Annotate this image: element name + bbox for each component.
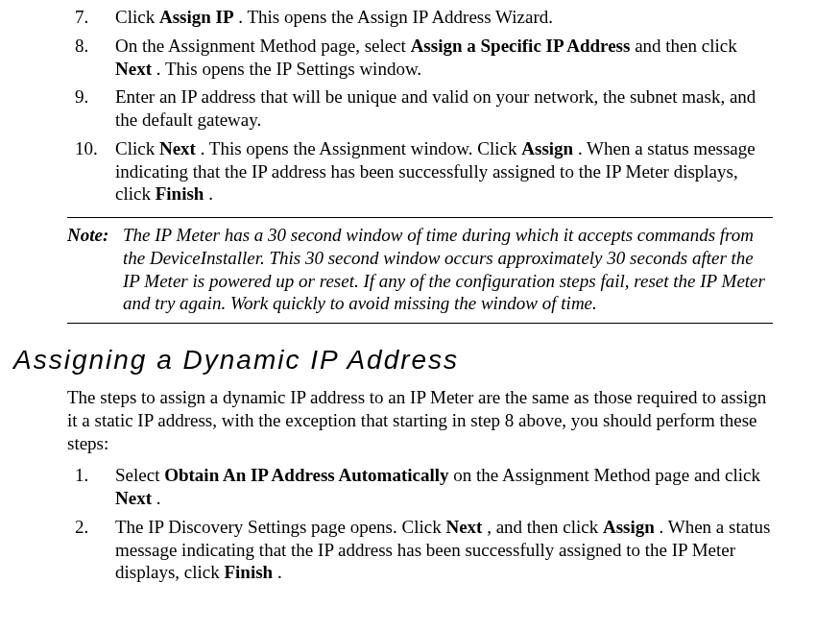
step-number: 10. xyxy=(67,137,115,160)
section-heading: Assigning a Dynamic IP Address xyxy=(13,343,773,376)
note-body: The IP Meter has a 30 second window of t… xyxy=(123,224,773,315)
note-block: Note: The IP Meter has a 30 second windo… xyxy=(67,217,773,324)
step-7: 7. Click Assign IP . This opens the Assi… xyxy=(67,6,773,29)
step-number: 2. xyxy=(67,516,115,539)
step-number: 8. xyxy=(67,35,115,58)
step-b2: 2. The IP Discovery Settings page opens.… xyxy=(67,516,773,584)
note-label: Note: xyxy=(67,224,123,247)
step-body: Select Obtain An IP Address Automaticall… xyxy=(115,464,773,510)
step-9: 9. Enter an IP address that will be uniq… xyxy=(67,85,773,132)
step-body: Click Assign IP . This opens the Assign … xyxy=(115,6,773,29)
step-body: On the Assignment Method page, select As… xyxy=(115,35,773,81)
step-8: 8. On the Assignment Method page, select… xyxy=(67,35,773,81)
step-number: 7. xyxy=(67,6,115,29)
step-body: The IP Discovery Settings page opens. Cl… xyxy=(115,516,773,584)
step-list-a: 7. Click Assign IP . This opens the Assi… xyxy=(67,6,773,206)
step-body: Enter an IP address that will be unique … xyxy=(115,85,773,132)
step-10: 10. Click Next . This opens the Assignme… xyxy=(67,137,773,206)
step-number: 9. xyxy=(67,85,115,109)
step-body: Click Next . This opens the Assignment w… xyxy=(115,137,773,206)
step-number: 1. xyxy=(67,464,115,487)
section-intro: The steps to assign a dynamic IP address… xyxy=(67,386,773,454)
step-b1: 1. Select Obtain An IP Address Automatic… xyxy=(67,464,773,510)
step-list-b: 1. Select Obtain An IP Address Automatic… xyxy=(67,464,773,584)
